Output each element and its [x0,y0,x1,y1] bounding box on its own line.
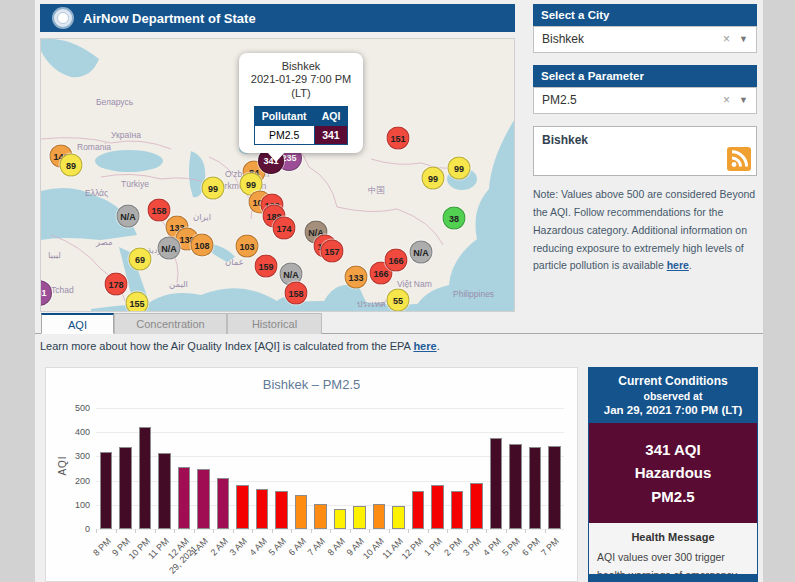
chart-x-tick [291,529,292,533]
chart-x-tick [545,529,546,533]
chart-bar-4pm[interactable] [490,438,503,529]
aqi-marker[interactable]: 99 [448,157,471,180]
chart-bar-6pm[interactable] [529,447,542,529]
chart-panel: Bishkek – PM2.5 AQI 01002003004005008 PM… [45,367,578,582]
aqi-marker[interactable]: 133 [345,266,368,289]
chart-bar-1pm[interactable] [431,485,444,529]
aqi-marker[interactable]: 178 [105,273,128,296]
current-conditions-panel: Current Conditions observed at Jan 29, 2… [588,367,758,582]
chart-bar-2pm[interactable] [451,491,464,529]
note-prefix: Note: Values above 500 are considered Be… [533,188,755,271]
aqi-marker[interactable]: 38 [443,207,466,230]
chart-bar-2am[interactable] [217,478,230,529]
chart-bar-12am[interactable] [178,467,191,529]
popup-aqi-header: AQI [314,106,348,125]
map-country-label: عمان [225,257,244,267]
chart-title: Bishkek – PM2.5 [46,377,577,392]
chart-y-tick-label: 100 [60,500,90,510]
chart-bar-11pm[interactable] [158,453,171,529]
map-country-label: Tchad [51,285,74,295]
aqi-marker[interactable]: 158 [148,199,171,222]
aqi-marker[interactable]: 89 [60,154,83,177]
learn-more-prefix: Learn more about how the Air Quality Ind… [40,340,413,352]
tab-concentration[interactable]: Concentration [114,313,227,334]
chart-x-tick [369,529,370,533]
popup-aqi-value: 341 [314,125,348,144]
chart-bar-11am[interactable] [392,506,405,529]
chart-x-tick [174,529,175,533]
state-department-seal-icon [52,7,74,29]
chart-bar-8am[interactable] [334,509,347,529]
chart-bar-8pm[interactable] [100,452,113,529]
chart-bar-10am[interactable] [373,504,386,529]
chart-y-tick-label: 300 [60,451,90,461]
popup-arrow [267,152,285,162]
aqi-marker[interactable]: 103 [236,235,259,258]
map-country-label: Philippines [453,289,494,299]
chart-x-tick [525,529,526,533]
chart-bar-1am[interactable] [197,469,210,530]
chart-bar-3pm[interactable] [470,483,483,529]
note-here-link[interactable]: here [667,259,689,271]
chart-bar-9am[interactable] [353,506,366,529]
popup-pollutant-header: Pollutant [254,106,314,125]
chart-bar-12pm[interactable] [412,491,425,529]
chart-bar-9pm[interactable] [119,447,132,529]
parameter-select[interactable]: PM2.5 × ▼ [533,87,757,114]
next-section-header-bar [588,574,758,582]
tabs-row: AQI Concentration Historical [35,313,763,334]
aqi-marker[interactable]: 166 [385,249,408,272]
tab-historical[interactable]: Historical [227,313,322,334]
chart-bar-10pm[interactable] [139,427,152,529]
aqi-marker[interactable]: 158 [285,282,308,305]
select-parameter-header: Select a Parameter [533,65,757,87]
parameter-clear-icon[interactable]: × [723,88,730,113]
map-country-label: Ελλάς [85,188,108,198]
aqi-marker[interactable]: 69 [129,248,152,271]
chart-x-tick [447,529,448,533]
parameter-caret-icon[interactable]: ▼ [739,88,748,113]
aqi-map[interactable]: БеларусьУкраїнаRomaniaҚазTürkiyeΕλλάςO'z… [40,38,515,312]
aqi-marker[interactable]: 157 [321,240,344,263]
aqi-marker[interactable]: 108 [191,234,214,257]
chart-bar-3am[interactable] [236,485,249,529]
aqi-marker[interactable]: 99 [422,167,445,190]
map-popup: Bishkek 2021-01-29 7:00 PM (LT) Pollutan… [239,53,363,153]
city-select[interactable]: Bishkek × ▼ [533,26,757,53]
chart-gridline [96,408,564,409]
conditions-aqi-pollutant: PM2.5 [593,485,753,508]
chart-bar-7pm[interactable] [548,446,561,529]
chart-bar-7am[interactable] [314,504,327,529]
chart-x-tick [96,529,97,533]
chart-x-tick [408,529,409,533]
map-country-label: Беларусь [96,97,133,107]
chart-x-tick [428,529,429,533]
aqi-marker[interactable]: 99 [202,177,225,200]
city-clear-icon[interactable]: × [723,27,730,52]
map-country-label: مصر [96,237,113,247]
tab-aqi[interactable]: AQI [41,313,114,334]
chart-bar-4am[interactable] [256,489,269,529]
chart-y-tick-label: 400 [60,427,90,437]
chart-x-tick [486,529,487,533]
chart-y-tick-label: 200 [60,476,90,486]
aqi-marker[interactable]: 151 [387,127,410,150]
parameter-select-value: PM2.5 [542,93,577,107]
chart-x-tick [506,529,507,533]
aqi-marker[interactable]: N/A [117,205,140,228]
chart-bar-5am[interactable] [275,491,288,529]
aqi-marker[interactable]: 174 [273,217,296,240]
aqi-marker[interactable]: 155 [126,292,149,313]
rss-icon[interactable] [727,147,751,171]
aqi-marker[interactable]: 159 [255,255,278,278]
city-caret-icon[interactable]: ▼ [739,27,748,52]
chart-bar-6am[interactable] [295,495,308,529]
conditions-title: Current Conditions [593,374,753,388]
map-country-label: ليبيا [48,250,61,260]
aqi-marker[interactable]: N/A [410,241,433,264]
learn-more-text: Learn more about how the Air Quality Ind… [40,340,440,352]
learn-more-here-link[interactable]: here [413,340,436,352]
aqi-marker[interactable]: 55 [387,289,410,312]
chart-bar-5pm[interactable] [509,444,522,529]
aqi-marker[interactable]: N/A [158,237,181,260]
